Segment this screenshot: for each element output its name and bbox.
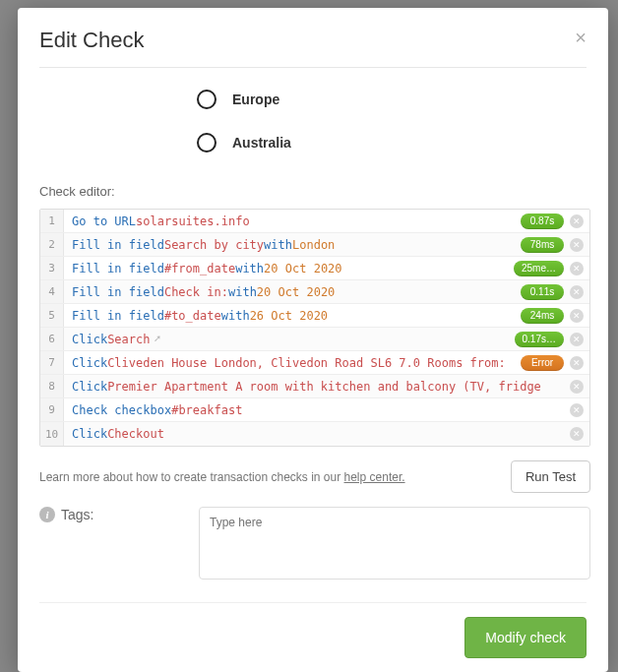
step-code[interactable]: Fill in field #from_date with 20 Oct 202… [64, 257, 576, 279]
radio-option-australia[interactable]: Australia [197, 121, 590, 164]
step-code[interactable]: Click Premier Apartment A room with kitc… [64, 375, 576, 397]
tags-row: i Tags: [39, 507, 590, 580]
editor-row[interactable]: 9Check checkbox #breakfast✕ [40, 398, 589, 422]
delete-step-icon[interactable]: ✕ [570, 309, 584, 323]
line-number: 2 [40, 233, 64, 256]
delete-step-icon[interactable]: ✕ [570, 427, 584, 441]
delete-step-icon[interactable]: ✕ [570, 403, 584, 417]
step-code[interactable]: Fill in field Check in: with 20 Oct 2020 [64, 280, 576, 303]
close-icon[interactable]: × [575, 28, 587, 47]
editor-label: Check editor: [39, 184, 590, 199]
radio-icon [197, 133, 216, 153]
editor-row[interactable]: 2Fill in field Search by city with Londo… [40, 233, 589, 257]
timing-pill: 25me… [514, 261, 564, 276]
modify-check-button[interactable]: Modify check [464, 617, 587, 658]
row-actions: 24ms✕ [513, 304, 589, 327]
tags-label: Tags: [61, 507, 93, 522]
step-code[interactable]: Click Cliveden House London, Clivedon Ro… [64, 351, 576, 374]
row-actions: ✕ [562, 375, 589, 397]
modal-scroll-area[interactable]: Europe Australia Check editor: 1Go to UR… [39, 68, 596, 602]
help-text: Learn more about how to create transacti… [39, 470, 405, 484]
delete-step-icon[interactable]: ✕ [570, 238, 584, 252]
delete-step-icon[interactable]: ✕ [570, 262, 584, 275]
timing-pill: 78ms [521, 237, 564, 253]
check-editor: 1Go to URL solarsuites.info0.87s✕2Fill i… [39, 209, 590, 447]
step-code[interactable]: Go to URL solarsuites.info [64, 210, 576, 232]
editor-row[interactable]: 5Fill in field #to_date with 26 Oct 2020… [40, 304, 589, 328]
editor-row[interactable]: 6Click Search➚0.17s…✕ [40, 328, 589, 351]
tags-input[interactable] [199, 507, 590, 580]
delete-step-icon[interactable]: ✕ [570, 356, 584, 370]
modal-edit-check: Edit Check × Europe Australia Check edit… [18, 8, 608, 672]
delete-step-icon[interactable]: ✕ [570, 214, 584, 228]
line-number: 5 [40, 304, 64, 327]
step-code[interactable]: Check checkbox #breakfast [64, 398, 576, 421]
row-actions: 78ms✕ [513, 233, 589, 256]
editor-row[interactable]: 4Fill in field Check in: with 20 Oct 202… [40, 280, 589, 304]
modal-header: Edit Check × [39, 28, 587, 68]
step-code[interactable]: Fill in field #to_date with 26 Oct 2020 [64, 304, 576, 327]
region-radio-group: Europe Australia [39, 68, 590, 180]
row-actions: 25me…✕ [506, 257, 589, 279]
step-code[interactable]: Click Checkout [64, 422, 576, 446]
editor-row[interactable]: 7Click Cliveden House London, Clivedon R… [40, 351, 589, 375]
info-icon[interactable]: i [39, 507, 55, 522]
step-code[interactable]: Fill in field Search by city with London [64, 233, 576, 256]
radio-icon [197, 90, 216, 109]
line-number: 1 [40, 210, 64, 232]
modal-footer: Modify check [39, 602, 587, 658]
timing-pill: 0.11s [521, 284, 564, 300]
editor-row[interactable]: 10Click Checkout✕ [40, 422, 589, 446]
timing-pill: 24ms [521, 308, 564, 324]
line-number: 8 [40, 375, 64, 397]
help-prefix: Learn more about how to create transacti… [39, 470, 344, 484]
run-test-button[interactable]: Run Test [511, 460, 590, 493]
timing-pill: 0.87s [521, 214, 564, 229]
delete-step-icon[interactable]: ✕ [570, 333, 584, 346]
row-actions: 0.87s✕ [513, 210, 589, 232]
line-number: 4 [40, 280, 64, 303]
line-number: 3 [40, 257, 64, 279]
editor-row[interactable]: 3Fill in field #from_date with 20 Oct 20… [40, 257, 589, 280]
tags-label-wrap: i Tags: [39, 507, 187, 522]
row-actions: 0.11s✕ [513, 280, 589, 303]
radio-option-europe[interactable]: Europe [197, 78, 590, 121]
modal-title: Edit Check [39, 28, 144, 53]
editor-row[interactable]: 8Click Premier Apartment A room with kit… [40, 375, 589, 398]
delete-step-icon[interactable]: ✕ [570, 285, 584, 299]
help-center-link[interactable]: help center. [344, 470, 405, 484]
step-code[interactable]: Click Search➚ [64, 328, 576, 350]
editor-row[interactable]: 1Go to URL solarsuites.info0.87s✕ [40, 210, 589, 233]
row-actions: ✕ [562, 398, 589, 421]
timing-pill: 0.17s… [515, 332, 564, 347]
row-actions: 0.17s…✕ [507, 328, 589, 350]
line-number: 6 [40, 328, 64, 350]
row-actions: Error✕ [513, 351, 589, 374]
radio-label: Australia [232, 135, 291, 151]
timing-pill: Error [521, 355, 564, 371]
line-number: 10 [40, 422, 64, 446]
help-row: Learn more about how to create transacti… [39, 460, 590, 493]
delete-step-icon[interactable]: ✕ [570, 380, 584, 394]
line-number: 7 [40, 351, 64, 374]
arrow-icon: ➚ [154, 333, 160, 345]
radio-label: Europe [232, 92, 279, 107]
line-number: 9 [40, 398, 64, 421]
row-actions: ✕ [562, 422, 589, 446]
editor-body[interactable]: 1Go to URL solarsuites.info0.87s✕2Fill i… [40, 210, 589, 446]
